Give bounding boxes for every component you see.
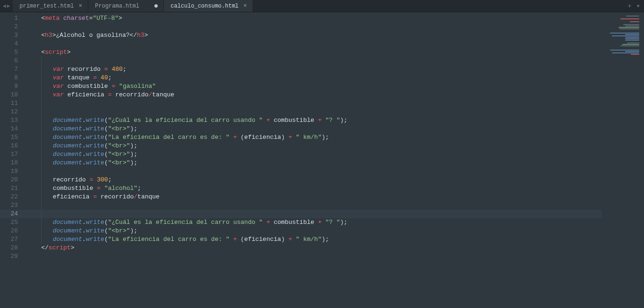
code-line[interactable]: <h3>¿Alcohol o gasolina?</h3>: [25, 31, 602, 40]
line-number[interactable]: 5: [0, 48, 25, 57]
token: "gasolina": [119, 83, 156, 90]
minimap-line: [625, 26, 639, 26]
line-number[interactable]: 15: [0, 133, 25, 142]
line-number[interactable]: 8: [0, 74, 25, 82]
code-line[interactable]: </script>: [25, 244, 602, 252]
code-line[interactable]: document.write("La eficiencia del carro …: [25, 133, 602, 142]
indent-guide: [41, 125, 42, 133]
tab-programa-html[interactable]: Programa.html: [88, 0, 164, 12]
token: </: [129, 32, 137, 39]
token: "? ": [325, 117, 340, 124]
token: );: [322, 134, 329, 141]
code-area[interactable]: <meta charset="UTF-8"> <h3>¿Alcohol o ga…: [25, 12, 602, 308]
minimap-line: [619, 28, 639, 29]
code-line[interactable]: var recorrido = 480;: [25, 65, 602, 74]
close-tab-icon[interactable]: ×: [243, 2, 247, 9]
line-number[interactable]: 24: [0, 210, 25, 218]
line-number[interactable]: 28: [0, 244, 25, 252]
line-number[interactable]: 20: [0, 176, 25, 184]
line-number[interactable]: 17: [0, 150, 25, 159]
code-line[interactable]: document.write("<br>");: [25, 227, 602, 235]
token: "La eficiencia del carro es de: ": [108, 236, 229, 243]
token: write: [86, 134, 104, 141]
line-number[interactable]: 27: [0, 235, 25, 244]
code-line[interactable]: document.write("¿Cuál es la eficiencia d…: [25, 218, 602, 227]
code-line[interactable]: document.write("¿Cuál es la eficiencia d…: [25, 116, 602, 125]
tab-overflow-icon[interactable]: ▾: [636, 2, 640, 10]
code-line[interactable]: var combustible = "gasolina": [25, 82, 602, 91]
code-line[interactable]: [25, 40, 602, 48]
code-line[interactable]: document.write("<br>");: [25, 159, 602, 167]
token: (: [104, 117, 108, 124]
code-line[interactable]: var eficiencia = recorrido/tanque: [25, 91, 602, 99]
token: var: [53, 66, 64, 73]
token: tanque: [64, 74, 93, 81]
code-line[interactable]: [25, 167, 602, 176]
token: );: [130, 227, 138, 234]
code-line[interactable]: document.write("<br>");: [25, 150, 602, 159]
line-number[interactable]: 25: [0, 218, 25, 227]
line-number[interactable]: 10: [0, 91, 25, 99]
minimap-line: [630, 21, 639, 22]
line-number[interactable]: 21: [0, 184, 25, 193]
code-line[interactable]: [25, 99, 602, 108]
code-line[interactable]: eficiencia = recorrido/tanque: [25, 193, 602, 201]
close-tab-icon[interactable]: ×: [78, 2, 82, 9]
indent-guide: [41, 201, 42, 210]
tab-calculo_consumo-html[interactable]: calculo_consumo.html×: [164, 0, 253, 12]
line-number[interactable]: 29: [0, 252, 25, 261]
code-line[interactable]: var tanque = 40;: [25, 74, 602, 82]
minimap-line: [620, 45, 639, 46]
token: [101, 185, 104, 192]
token: document: [53, 125, 82, 132]
line-number[interactable]: 1: [0, 14, 25, 23]
token: recorrido: [97, 193, 134, 200]
token: "UTF-8": [93, 15, 119, 22]
line-number[interactable]: 6: [0, 57, 25, 65]
line-number[interactable]: 23: [0, 201, 25, 210]
indent-guide: [41, 142, 42, 150]
line-number[interactable]: 16: [0, 142, 25, 150]
code-line[interactable]: [25, 252, 602, 261]
minimap-line: [627, 43, 639, 43]
code-line[interactable]: [25, 201, 602, 210]
line-number[interactable]: 26: [0, 227, 25, 235]
line-number[interactable]: 2: [0, 23, 25, 31]
code-line[interactable]: combustible = "alcohol";: [25, 184, 602, 193]
code-line[interactable]: document.write("<br>");: [25, 125, 602, 133]
line-number[interactable]: 7: [0, 65, 25, 74]
token: write: [86, 117, 104, 124]
line-number[interactable]: 3: [0, 31, 25, 40]
token: combustible: [64, 83, 111, 90]
code-line[interactable]: <meta charset="UTF-8">: [25, 14, 602, 23]
line-number[interactable]: 12: [0, 108, 25, 116]
editor[interactable]: 1234567891011121314151617181920212223242…: [0, 12, 644, 308]
code-line[interactable]: [25, 210, 602, 218]
line-number[interactable]: 18: [0, 159, 25, 167]
minimap-line: [619, 27, 639, 28]
code-line[interactable]: <script>: [25, 48, 602, 57]
line-number[interactable]: 14: [0, 125, 25, 133]
code-line[interactable]: [25, 108, 602, 116]
line-number[interactable]: 13: [0, 116, 25, 125]
code-line[interactable]: document.write("La eficiencia del carro …: [25, 235, 602, 244]
token: write: [86, 159, 104, 166]
tab-primer_test-html[interactable]: primer_test.html×: [13, 0, 88, 12]
token: );: [130, 125, 138, 132]
code-line[interactable]: document.write("<br>");: [25, 142, 602, 150]
token: "<br>": [108, 142, 130, 149]
line-number[interactable]: 4: [0, 40, 25, 48]
code-line[interactable]: recorrido = 300;: [25, 176, 602, 184]
new-tab-icon[interactable]: +: [627, 2, 631, 10]
minimap[interactable]: [602, 12, 644, 308]
nav-forward-icon[interactable]: ▶: [7, 3, 10, 9]
line-number[interactable]: 22: [0, 193, 25, 201]
nav-back-icon[interactable]: ◀: [3, 3, 6, 9]
line-number[interactable]: 11: [0, 99, 25, 108]
code-line[interactable]: [25, 23, 602, 31]
line-number[interactable]: 9: [0, 82, 25, 91]
minimap-line: [625, 34, 639, 35]
code-line[interactable]: [25, 57, 602, 65]
token: +: [285, 236, 296, 243]
line-number[interactable]: 19: [0, 167, 25, 176]
